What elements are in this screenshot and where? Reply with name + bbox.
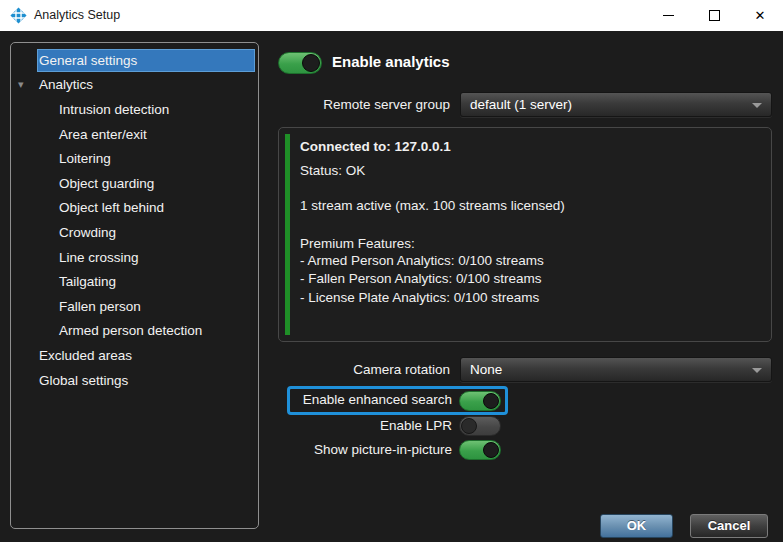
close-icon: ✕ bbox=[755, 9, 766, 22]
sidebar-item-label: Analytics bbox=[39, 77, 93, 92]
status-ok-text: Status: OK bbox=[300, 163, 365, 178]
show-pip-toggle[interactable] bbox=[459, 440, 501, 460]
sidebar-item-label: Area enter/exit bbox=[59, 127, 147, 142]
sidebar-item-label: Object guarding bbox=[59, 176, 154, 191]
camera-rotation-label: Camera rotation bbox=[278, 362, 450, 377]
window-controls: ✕ bbox=[645, 0, 783, 31]
premium-features-title: Premium Features: bbox=[300, 236, 415, 251]
connected-to-text: Connected to: 127.0.0.1 bbox=[300, 139, 451, 154]
sidebar-item-analytics[interactable]: ▾ Analytics bbox=[11, 73, 258, 98]
toggle-knob bbox=[483, 442, 499, 458]
sidebar-item-label: Crowding bbox=[59, 225, 116, 240]
sidebar-item-label: Excluded areas bbox=[39, 348, 132, 363]
connection-status-panel: Connected to: 127.0.0.1 Status: OK 1 str… bbox=[278, 127, 772, 342]
sidebar-item-object-guarding[interactable]: ▾ Object guarding bbox=[11, 171, 258, 196]
sidebar-item-loitering[interactable]: ▾ Loitering bbox=[11, 146, 258, 171]
premium-feature-fallen: - Fallen Person Analytics: 0/100 streams bbox=[300, 270, 544, 288]
enable-analytics-label: Enable analytics bbox=[332, 53, 450, 70]
chevron-down-icon bbox=[752, 103, 762, 108]
sidebar-item-global-settings[interactable]: ▾ Global settings bbox=[11, 368, 258, 393]
sidebar-item-intrusion-detection[interactable]: ▾ Intrusion detection bbox=[11, 97, 258, 122]
sidebar-item-label: Line crossing bbox=[59, 250, 139, 265]
status-green-bar bbox=[285, 134, 290, 335]
enhanced-search-toggle[interactable] bbox=[459, 391, 501, 411]
titlebar: Analytics Setup ✕ bbox=[0, 0, 783, 31]
remote-server-group-label: Remote server group bbox=[278, 97, 450, 112]
sidebar-item-label: Fallen person bbox=[59, 299, 141, 314]
sidebar-item-object-left-behind[interactable]: ▾ Object left behind bbox=[11, 196, 258, 221]
remote-server-group-select[interactable]: default (1 server) bbox=[460, 92, 772, 117]
sidebar-item-label: Tailgating bbox=[59, 274, 116, 289]
enable-lpr-toggle[interactable] bbox=[459, 416, 501, 436]
maximize-icon bbox=[709, 10, 720, 21]
close-button[interactable]: ✕ bbox=[737, 0, 783, 31]
premium-feature-armed: - Armed Person Analytics: 0/100 streams bbox=[300, 252, 544, 270]
show-pip-label: Show picture-in-picture bbox=[280, 442, 452, 457]
minimize-icon bbox=[663, 15, 674, 16]
sidebar-item-excluded-areas[interactable]: ▾ Excluded areas bbox=[11, 343, 258, 368]
sidebar-item-tailgating[interactable]: ▾ Tailgating bbox=[11, 269, 258, 294]
toggle-knob bbox=[302, 54, 320, 72]
camera-rotation-value: None bbox=[470, 362, 502, 377]
sidebar-item-label: Loitering bbox=[59, 151, 111, 166]
sidebar-item-line-crossing[interactable]: ▾ Line crossing bbox=[11, 245, 258, 270]
sidebar-item-label: Object left behind bbox=[59, 200, 164, 215]
cancel-button[interactable]: Cancel bbox=[690, 514, 768, 538]
ok-button[interactable]: OK bbox=[600, 514, 673, 538]
sidebar-item-general-settings[interactable]: ▾ General settings bbox=[11, 48, 258, 73]
sidebar-item-label: Intrusion detection bbox=[59, 102, 169, 117]
maximize-button[interactable] bbox=[691, 0, 737, 31]
toggle-knob bbox=[483, 393, 499, 409]
sidebar-item-fallen-person[interactable]: ▾ Fallen person bbox=[11, 294, 258, 319]
sidebar-item-crowding[interactable]: ▾ Crowding bbox=[11, 220, 258, 245]
chevron-down-icon[interactable]: ▾ bbox=[18, 79, 24, 90]
sidebar-item-armed-person-detection[interactable]: ▾ Armed person detection bbox=[11, 319, 258, 344]
settings-nav: ▾ General settings ▾ Analytics ▾ Intrusi… bbox=[10, 42, 259, 529]
enable-lpr-label: Enable LPR bbox=[280, 418, 452, 433]
chevron-down-icon bbox=[752, 368, 762, 373]
sidebar-item-label: General settings bbox=[39, 53, 137, 68]
sidebar-item-area-enter-exit[interactable]: ▾ Area enter/exit bbox=[11, 122, 258, 147]
enable-analytics-toggle[interactable] bbox=[278, 52, 322, 74]
premium-feature-license: - License Plate Analytics: 0/100 streams bbox=[300, 289, 544, 307]
analytics-setup-dialog: Analytics Setup ✕ ▾ General settings ▾ A… bbox=[0, 0, 783, 542]
window-title: Analytics Setup bbox=[34, 8, 120, 22]
minimize-button[interactable] bbox=[645, 0, 691, 31]
toggle-knob bbox=[461, 418, 477, 434]
sidebar-item-label: Global settings bbox=[39, 373, 128, 388]
enhanced-search-label: Enable enhanced search bbox=[280, 392, 452, 407]
camera-rotation-select[interactable]: None bbox=[460, 357, 772, 382]
sidebar-item-label: Armed person detection bbox=[59, 323, 202, 338]
remote-server-group-value: default (1 server) bbox=[470, 97, 572, 112]
premium-features-list: - Armed Person Analytics: 0/100 streams … bbox=[300, 252, 544, 307]
streams-active-text: 1 stream active (max. 100 streams licens… bbox=[300, 198, 565, 213]
app-logo-icon bbox=[10, 7, 27, 24]
